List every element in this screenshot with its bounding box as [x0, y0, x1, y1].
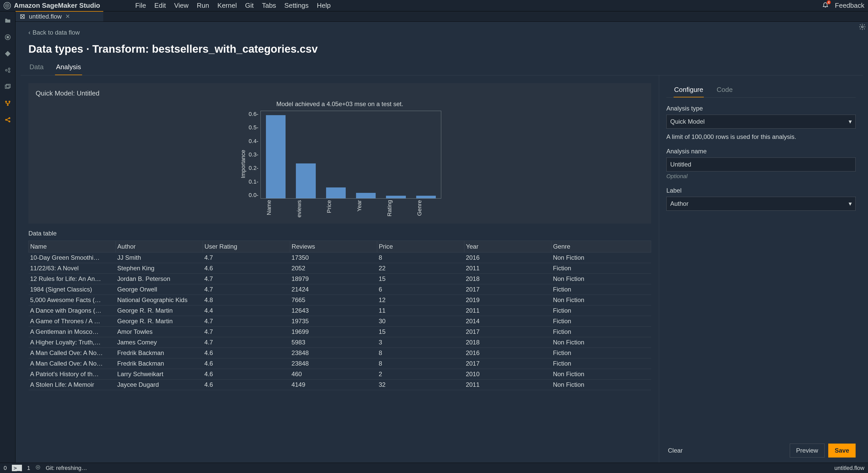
table-row[interactable]: 5,000 Awesome Facts (…National Geographi…: [29, 295, 651, 306]
table-row[interactable]: A Patriot's History of th…Larry Schweika…: [29, 369, 651, 380]
notifications-button[interactable]: 4: [822, 1, 829, 10]
table-row[interactable]: A Man Called Ove: A No…Fredrik Backman4.…: [29, 358, 651, 369]
table-cell: 4.6: [203, 348, 290, 358]
label-value: Author: [670, 200, 688, 207]
svg-point-10: [9, 101, 10, 102]
menu-edit[interactable]: Edit: [150, 2, 170, 9]
menu-run[interactable]: Run: [193, 2, 213, 9]
table-row[interactable]: A Game of Thrones / A …George R. R. Mart…: [29, 316, 651, 326]
table-row[interactable]: A Gentleman in Mosco…Amor Towles4.719699…: [29, 326, 651, 337]
table-cell: Non Fiction: [552, 295, 651, 306]
preview-button[interactable]: Preview: [790, 444, 825, 458]
rail-tabs-icon[interactable]: [4, 83, 12, 91]
table-cell: 4.7: [203, 253, 290, 263]
menu-view[interactable]: View: [170, 2, 193, 9]
table-row[interactable]: 12 Rules for Life: An An…Jordan B. Peter…: [29, 274, 651, 284]
table-cell: Non Fiction: [552, 337, 651, 348]
table-cell: 2: [377, 369, 464, 380]
table-cell: 6: [377, 284, 464, 295]
table-cell: Fiction: [552, 326, 651, 337]
analysis-name-input[interactable]: Untitled: [666, 157, 856, 171]
bar-eviews: [296, 163, 315, 198]
menu-tabs[interactable]: Tabs: [258, 2, 280, 9]
table-cell: 2011: [464, 306, 552, 316]
analysis-type-label: Analysis type: [666, 105, 856, 112]
menu-settings[interactable]: Settings: [280, 2, 313, 9]
table-cell: 23848: [290, 348, 377, 358]
table-cell: 12: [377, 295, 464, 306]
status-left-num: 0: [4, 465, 7, 471]
tab-data[interactable]: Data: [28, 60, 45, 75]
table-row[interactable]: A Higher Loyalty: Truth,…James Comey4.75…: [29, 337, 651, 348]
table-row[interactable]: A Dance with Dragons (…George R. R. Mart…: [29, 306, 651, 316]
rows-limit-text: A limit of 100,000 rows is used for this…: [666, 133, 856, 140]
chevron-down-icon: ▾: [849, 200, 852, 207]
config-tab-code[interactable]: Code: [716, 83, 733, 97]
table-cell: 2052: [290, 263, 377, 274]
rail-circle-icon[interactable]: [4, 33, 12, 41]
table-row[interactable]: 1984 (Signet Classics)George Orwell4.721…: [29, 284, 651, 295]
table-cell: George R. R. Martin: [116, 316, 203, 326]
table-cell: 4.6: [203, 358, 290, 369]
tab-untitled-flow[interactable]: untitled.flow ✕: [16, 11, 103, 22]
table-cell: 1984 (Signet Classics): [29, 284, 116, 295]
table-cell: 5,000 Awesome Facts (…: [29, 295, 116, 306]
table-cell: 19699: [290, 326, 377, 337]
svg-point-6: [8, 71, 10, 72]
col-header[interactable]: User Rating: [203, 241, 290, 253]
analysis-name-value: Untitled: [670, 161, 691, 168]
menu-git[interactable]: Git: [241, 2, 258, 9]
col-header[interactable]: Author: [116, 241, 203, 253]
menu-file[interactable]: File: [131, 2, 150, 9]
table-row[interactable]: 10-Day Green Smoothi…JJ Smith4.717350820…: [29, 253, 651, 263]
terminal-icon[interactable]: >_: [12, 465, 22, 471]
rail-folder-icon[interactable]: [4, 17, 12, 25]
svg-point-12: [5, 119, 6, 120]
ytick: 0.0-: [249, 192, 258, 198]
back-link[interactable]: ‹ Back to data flow: [21, 22, 863, 39]
table-cell: 2014: [464, 316, 552, 326]
table-cell: 4.7: [203, 326, 290, 337]
analysis-type-value: Quick Model: [670, 118, 705, 125]
col-header[interactable]: Year: [464, 241, 552, 253]
gear-icon[interactable]: [859, 23, 866, 31]
table-cell: Non Fiction: [552, 369, 651, 380]
col-header[interactable]: Price: [377, 241, 464, 253]
svg-point-9: [5, 101, 6, 102]
label-label: Label: [666, 187, 856, 194]
menu-help[interactable]: Help: [313, 2, 335, 9]
config-tab-configure[interactable]: Configure: [674, 83, 704, 97]
rail-git-icon[interactable]: [4, 50, 12, 58]
menu-kernel[interactable]: Kernel: [213, 2, 241, 9]
quick-model-card: Quick Model: Untitled Model achieved a 4…: [28, 83, 651, 224]
feedback-link[interactable]: Feedback: [835, 2, 864, 9]
table-cell: 11/22/63: A Novel: [29, 263, 116, 274]
left-rail: [0, 11, 16, 463]
table-row[interactable]: 11/22/63: A NovelStephen King4.620522220…: [29, 263, 651, 274]
svg-point-17: [36, 465, 40, 469]
svg-point-13: [9, 118, 10, 119]
rail-extensions-icon[interactable]: [4, 66, 12, 74]
flow-file-icon: [20, 14, 25, 19]
label-select[interactable]: Author ▾: [666, 197, 856, 211]
rail-share-icon[interactable]: [4, 116, 12, 124]
rail-flow-icon[interactable]: [4, 99, 12, 107]
table-cell: 4.6: [203, 380, 290, 390]
tab-analysis[interactable]: Analysis: [55, 60, 82, 75]
app-title: Amazon SageMaker Studio: [14, 2, 100, 9]
col-header[interactable]: Genre: [552, 241, 651, 253]
close-icon[interactable]: ✕: [65, 13, 70, 20]
save-button[interactable]: Save: [828, 444, 856, 458]
col-header[interactable]: Reviews: [290, 241, 377, 253]
clear-button[interactable]: Clear: [666, 444, 684, 457]
table-cell: 21424: [290, 284, 377, 295]
table-row[interactable]: A Man Called Ove: A No…Fredrik Backman4.…: [29, 348, 651, 358]
ytick: 0.1-: [249, 179, 258, 185]
status-settings-icon[interactable]: [35, 465, 40, 471]
table-row[interactable]: A Stolen Life: A MemoirJaycee Dugard4.64…: [29, 380, 651, 390]
table-cell: 22: [377, 263, 464, 274]
analysis-type-select[interactable]: Quick Model ▾: [666, 115, 856, 129]
table-cell: 12 Rules for Life: An An…: [29, 274, 116, 284]
table-cell: A Higher Loyalty: Truth,…: [29, 337, 116, 348]
col-header[interactable]: Name: [29, 241, 116, 253]
